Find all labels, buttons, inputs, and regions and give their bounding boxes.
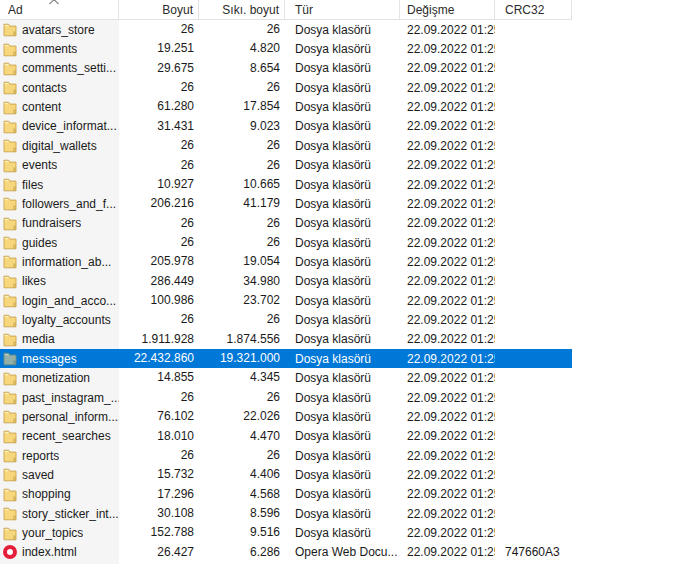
file-modified: 22.09.2022 01:25 — [400, 78, 495, 97]
file-name-cell[interactable]: events — [0, 156, 119, 175]
file-type: Dosya klasörü — [285, 485, 400, 504]
file-type: Dosya klasörü — [285, 504, 400, 523]
file-name-cell[interactable]: information_ab... — [0, 252, 119, 271]
file-name-cell[interactable]: fundraisers — [0, 214, 119, 233]
file-name-cell[interactable]: likes — [0, 272, 119, 291]
file-name-cell[interactable]: your_topics — [0, 523, 119, 542]
folder-icon — [3, 235, 22, 250]
table-row[interactable]: reports2626Dosya klasörü22.09.2022 01:25 — [0, 446, 572, 465]
table-row[interactable]: files10.92710.665Dosya klasörü22.09.2022… — [0, 175, 572, 194]
column-header-type[interactable]: Tür — [285, 0, 400, 19]
table-row[interactable]: likes286.44934.980Dosya klasörü22.09.202… — [0, 272, 572, 291]
file-crc32: 747660A3 — [495, 543, 572, 562]
file-name-cell[interactable]: comments_setti... — [0, 59, 119, 78]
file-size: 26.427 — [119, 543, 199, 562]
file-packed-size: 26 — [199, 136, 285, 155]
file-name-cell[interactable]: index.html — [0, 543, 119, 562]
column-header-size[interactable]: Boyut — [119, 0, 199, 19]
table-row[interactable]: comments_setti...29.6758.654Dosya klasör… — [0, 59, 572, 78]
file-name-cell[interactable]: guides — [0, 233, 119, 252]
table-row[interactable]: story_sticker_int...30.1088.596Dosya kla… — [0, 504, 572, 523]
table-row[interactable]: login_and_acco...100.98623.702Dosya klas… — [0, 291, 572, 310]
file-type: Dosya klasörü — [285, 310, 400, 329]
folder-icon — [3, 390, 22, 405]
table-row[interactable]: contacts2626Dosya klasörü22.09.2022 01:2… — [0, 78, 572, 97]
file-name-cell[interactable]: device_informat... — [0, 117, 119, 136]
table-row[interactable]: messages22.432.86019.321.000Dosya klasör… — [0, 349, 572, 368]
table-row[interactable]: personal_inform...76.10222.026Dosya klas… — [0, 407, 572, 426]
file-packed-size: 8.596 — [199, 504, 285, 523]
column-header-packed-size[interactable]: Sıkı. boyut — [199, 0, 285, 19]
table-row[interactable]: loyalty_accounts2626Dosya klasörü22.09.2… — [0, 310, 572, 329]
file-name-cell[interactable]: messages — [0, 349, 119, 368]
table-row[interactable]: digital_wallets2626Dosya klasörü22.09.20… — [0, 136, 572, 155]
file-name-cell[interactable]: media — [0, 330, 119, 349]
file-type: Dosya klasörü — [285, 78, 400, 97]
file-name-cell[interactable]: files — [0, 175, 119, 194]
file-name: index.html — [22, 545, 77, 559]
file-modified: 22.09.2022 01:25 — [400, 233, 495, 252]
file-packed-size: 4.820 — [199, 39, 285, 58]
file-name: followers_and_f... — [22, 197, 116, 211]
table-row[interactable]: followers_and_f...206.21641.179Dosya kla… — [0, 194, 572, 213]
table-row[interactable]: content61.28017.854Dosya klasörü22.09.20… — [0, 97, 572, 116]
file-crc32 — [495, 252, 572, 271]
table-row[interactable]: events2626Dosya klasörü22.09.2022 01:25 — [0, 156, 572, 175]
table-row[interactable]: monetization14.8554.345Dosya klasörü22.0… — [0, 368, 572, 387]
file-packed-size: 23.702 — [199, 291, 285, 310]
file-name-cell[interactable]: digital_wallets — [0, 136, 119, 155]
file-modified: 22.09.2022 01:25 — [400, 368, 495, 387]
file-name-cell[interactable]: saved — [0, 465, 119, 484]
table-row[interactable]: guides2626Dosya klasörü22.09.2022 01:25 — [0, 233, 572, 252]
file-name-cell[interactable]: personal_inform... — [0, 407, 119, 426]
table-row[interactable]: fundraisers2626Dosya klasörü22.09.2022 0… — [0, 214, 572, 233]
file-size: 19.251 — [119, 39, 199, 58]
file-modified: 22.09.2022 01:25 — [400, 272, 495, 291]
file-name-cell[interactable]: story_sticker_int... — [0, 504, 119, 523]
table-row[interactable]: index.html26.4276.286Opera Web Docu...22… — [0, 543, 572, 562]
file-packed-size: 26 — [199, 156, 285, 175]
column-header-name[interactable]: Ad — [0, 0, 119, 19]
file-name: comments — [22, 42, 77, 56]
table-row[interactable]: saved15.7324.406Dosya klasörü22.09.2022 … — [0, 465, 572, 484]
file-crc32 — [495, 233, 572, 252]
file-name-cell[interactable]: avatars_store — [0, 20, 119, 39]
file-name-cell[interactable]: login_and_acco... — [0, 291, 119, 310]
file-name-cell[interactable]: past_instagram_... — [0, 388, 119, 407]
file-name-cell[interactable]: recent_searches — [0, 427, 119, 446]
table-row[interactable]: device_informat...31.4319.023Dosya klasö… — [0, 117, 572, 136]
folder-icon — [3, 254, 22, 269]
file-crc32 — [495, 214, 572, 233]
table-row[interactable]: recent_searches18.0104.470Dosya klasörü2… — [0, 427, 572, 446]
table-row[interactable]: comments19.2514.820Dosya klasörü22.09.20… — [0, 39, 572, 58]
file-type: Dosya klasörü — [285, 272, 400, 291]
file-name-cell[interactable]: shopping — [0, 485, 119, 504]
folder-icon — [3, 371, 22, 386]
file-crc32 — [495, 156, 572, 175]
file-size: 29.675 — [119, 59, 199, 78]
file-modified: 22.09.2022 01:25 — [400, 175, 495, 194]
column-header-modified[interactable]: Değişme — [400, 0, 495, 19]
file-name-cell[interactable]: followers_and_f... — [0, 194, 119, 213]
file-name-cell[interactable]: loyalty_accounts — [0, 310, 119, 329]
file-modified: 22.09.2022 01:25 — [400, 252, 495, 271]
table-row[interactable]: past_instagram_...2626Dosya klasörü22.09… — [0, 388, 572, 407]
file-name: your_topics — [22, 526, 83, 540]
file-size: 22.432.860 — [119, 349, 199, 368]
column-header-crc32[interactable]: CRC32 — [495, 0, 572, 19]
folder-icon — [3, 119, 22, 134]
file-crc32 — [495, 175, 572, 194]
table-row[interactable]: media1.911.9281.874.556Dosya klasörü22.0… — [0, 330, 572, 349]
file-modified: 22.09.2022 01:25 — [400, 543, 495, 562]
file-modified: 22.09.2022 01:25 — [400, 291, 495, 310]
file-name-cell[interactable]: comments — [0, 39, 119, 58]
file-name-cell[interactable]: reports — [0, 446, 119, 465]
table-row[interactable]: your_topics152.7889.516Dosya klasörü22.0… — [0, 523, 572, 542]
file-type: Dosya klasörü — [285, 194, 400, 213]
file-name-cell[interactable]: monetization — [0, 368, 119, 387]
table-row[interactable]: information_ab...205.97819.054Dosya klas… — [0, 252, 572, 271]
file-name-cell[interactable]: contacts — [0, 78, 119, 97]
table-row[interactable]: shopping17.2964.568Dosya klasörü22.09.20… — [0, 485, 572, 504]
file-name-cell[interactable]: content — [0, 97, 119, 116]
table-row[interactable]: avatars_store2626Dosya klasörü22.09.2022… — [0, 20, 572, 39]
